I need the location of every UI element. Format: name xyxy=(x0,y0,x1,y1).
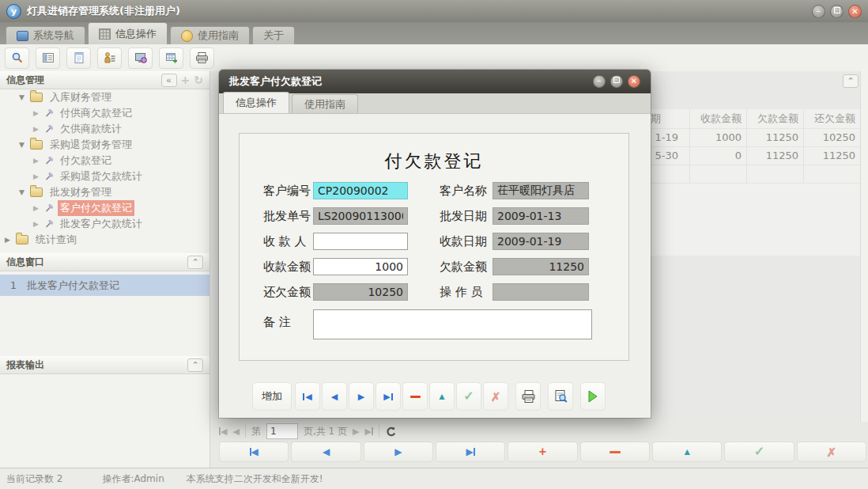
tab-user-guide[interactable]: 使用指南 xyxy=(170,26,250,44)
customer-name-input[interactable] xyxy=(492,182,589,199)
minimize-button[interactable]: − xyxy=(812,5,825,18)
prev-record-button[interactable]: ◀ xyxy=(291,442,360,462)
cancel-icon[interactable]: ✗ xyxy=(483,382,508,411)
expander-open-icon[interactable]: ▼ xyxy=(19,188,30,196)
records-table[interactable]: 期 收款金额 欠款金额 还欠金额 1-19 1000 11250 10250 5… xyxy=(645,109,861,256)
page-first-icon[interactable]: ◀ xyxy=(219,426,227,437)
move-up-button[interactable]: ▲ xyxy=(652,442,722,462)
expander-open-icon[interactable]: ▼ xyxy=(19,141,30,149)
operator-report-icon[interactable] xyxy=(97,47,122,69)
expander-closed-icon[interactable]: ▶ xyxy=(33,125,44,133)
main-titlebar: y 灯具进销存管理系统(非注册用户) − ✕ xyxy=(0,0,868,22)
maximize-button[interactable] xyxy=(830,5,843,18)
collapse-content-icon[interactable]: ⌃ xyxy=(843,74,859,88)
expander-closed-icon[interactable]: ▶ xyxy=(33,172,44,180)
data-form-icon[interactable] xyxy=(36,47,60,69)
delete-record-button[interactable] xyxy=(580,442,650,462)
tree-item-folder[interactable]: ▶ 统计查询 xyxy=(0,232,209,248)
grid-icon xyxy=(99,28,111,40)
first-record-icon[interactable]: ◀ xyxy=(295,382,320,411)
table-add-icon[interactable] xyxy=(159,47,183,69)
page-next-icon[interactable]: ▶ xyxy=(353,426,359,437)
info-window-item[interactable]: 1 批发客户付欠款登记 xyxy=(0,275,209,296)
tab-info-operation[interactable]: 信息操作 xyxy=(88,22,168,44)
print-icon[interactable] xyxy=(515,382,541,411)
refresh-icon[interactable]: ↻ xyxy=(194,74,203,85)
receive-date-input[interactable] xyxy=(492,233,589,250)
collapse-panel-icon[interactable]: ⌃ xyxy=(187,358,203,372)
remark-input[interactable] xyxy=(313,309,592,339)
remain-amount-input[interactable] xyxy=(313,283,408,301)
sidebar: 信息管理 « + ↻ ▼ 入库财务管理 ▶ 付供商欠款登记 ▶ 欠供商款统计 xyxy=(0,71,210,468)
tab-system-nav[interactable]: 系统导航 xyxy=(6,26,85,44)
expander-closed-icon[interactable]: ▶ xyxy=(33,204,44,212)
scrollbar[interactable] xyxy=(860,71,868,422)
document-icon[interactable] xyxy=(66,47,91,69)
expander-closed-icon[interactable]: ▶ xyxy=(33,220,44,228)
delete-record-icon[interactable] xyxy=(402,382,428,411)
tab-about[interactable]: 关于 xyxy=(252,26,295,44)
close-button[interactable]: ✕ xyxy=(848,5,862,18)
remote-view-icon[interactable] xyxy=(128,47,153,69)
confirm-icon[interactable]: ✓ xyxy=(456,382,481,411)
expander-closed-icon[interactable]: ▶ xyxy=(33,157,44,165)
expander-closed-icon[interactable]: ▶ xyxy=(33,109,44,117)
expander-open-icon[interactable]: ▼ xyxy=(19,93,30,101)
tree-item-folder[interactable]: ▼ 入库财务管理 xyxy=(0,89,209,105)
collapse-sidebar-button[interactable]: « xyxy=(161,74,177,87)
tree-item-leaf[interactable]: ▶ 付欠款登记 xyxy=(0,153,209,169)
next-record-icon[interactable]: ▶ xyxy=(349,382,374,411)
execute-icon[interactable] xyxy=(580,382,606,411)
refresh-icon[interactable] xyxy=(385,426,397,438)
tree-item-folder[interactable]: ▼ 采购退货财务管理 xyxy=(0,137,209,153)
add-icon[interactable]: + xyxy=(181,74,191,85)
move-up-icon[interactable]: ▲ xyxy=(429,382,455,411)
next-record-button[interactable]: ▶ xyxy=(364,442,433,462)
print-preview-icon[interactable] xyxy=(548,382,573,411)
receive-amount-input[interactable] xyxy=(313,258,408,275)
tab-label: 信息操作 xyxy=(236,96,277,110)
collapse-panel-icon[interactable]: ⌃ xyxy=(187,256,203,269)
wholesale-date-input[interactable] xyxy=(492,207,589,225)
operator-input[interactable] xyxy=(492,283,589,301)
add-record-button[interactable]: + xyxy=(508,442,577,462)
customer-no-input[interactable] xyxy=(313,182,408,199)
payee-input[interactable] xyxy=(313,233,408,250)
tool-icon xyxy=(44,156,54,165)
tree-item-folder[interactable]: ▼ 批发财务管理 xyxy=(0,184,209,200)
tree-item-leaf[interactable]: ▶ 欠供商款统计 xyxy=(0,121,209,137)
page-last-icon[interactable]: ▶ xyxy=(364,426,372,437)
tree-item-label: 付欠款登记 xyxy=(58,153,114,169)
printer-icon[interactable] xyxy=(190,47,214,69)
page-label-suffix: 页,共 1 页 xyxy=(304,425,347,438)
remark-label: 备 注 xyxy=(263,313,291,331)
dialog-tab-user-guide[interactable]: 使用指南 xyxy=(292,94,358,113)
dialog-close-button[interactable]: ✕ xyxy=(628,75,640,88)
tab-label: 使用指南 xyxy=(304,97,345,112)
app-logo-icon: y xyxy=(6,4,21,19)
owe-amount-input[interactable] xyxy=(492,258,589,275)
dialog-maximize-button[interactable] xyxy=(610,75,623,88)
last-record-icon[interactable]: ▶ xyxy=(376,382,401,411)
page-prev-icon[interactable]: ◀ xyxy=(232,426,239,437)
first-record-button[interactable]: ◀ xyxy=(219,442,289,462)
col-header-date: 期 xyxy=(651,109,661,128)
confirm-button[interactable]: ✓ xyxy=(724,442,794,462)
prev-record-icon[interactable]: ◀ xyxy=(322,382,347,411)
cancel-button[interactable]: ✗ xyxy=(797,442,866,462)
tool-icon xyxy=(44,219,54,229)
page-label-prefix: 第 xyxy=(251,425,261,438)
tree-item-leaf[interactable]: ▶ 采购退货欠款统计 xyxy=(0,169,209,184)
search-icon[interactable] xyxy=(5,47,29,69)
wholesale-no-input[interactable] xyxy=(313,207,408,225)
add-button[interactable]: 增加 xyxy=(252,382,292,411)
tree-item-leaf-selected[interactable]: ▶ 客户付欠款登记 xyxy=(0,200,209,216)
expander-closed-icon[interactable]: ▶ xyxy=(5,236,16,244)
dialog-tab-info-operation[interactable]: 信息操作 xyxy=(223,92,289,113)
dialog-minimize-button[interactable]: − xyxy=(593,75,606,88)
tree-item-leaf[interactable]: ▶ 付供商欠款登记 xyxy=(0,105,209,121)
last-record-button[interactable]: ▶ xyxy=(436,442,505,462)
tree-item-leaf[interactable]: ▶ 批发客户欠款统计 xyxy=(0,216,209,232)
record-nav-bar: ◀ ◀ ▶ ▶ + ▲ ✓ ✗ xyxy=(219,442,866,462)
page-number-input[interactable] xyxy=(266,423,298,439)
